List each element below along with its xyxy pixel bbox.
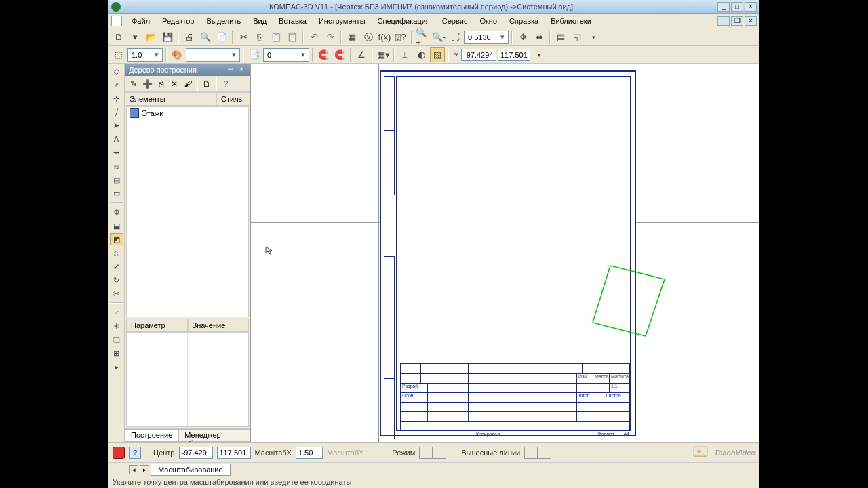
menu-window[interactable]: Окно: [474, 16, 502, 26]
tab-nav-next[interactable]: ▸: [140, 465, 149, 474]
undo-icon[interactable]: ↶: [307, 30, 321, 45]
vtool-meas2-icon[interactable]: ✳: [110, 320, 123, 332]
pt-copy-icon[interactable]: ⎘: [155, 78, 167, 90]
vtool-spec-icon[interactable]: ⊞: [110, 347, 123, 359]
scalex-input[interactable]: [296, 447, 323, 459]
menu-service[interactable]: Сервис: [437, 16, 473, 26]
help-ctx-icon[interactable]: ⍰?: [393, 30, 408, 45]
snap2-icon[interactable]: 🧲: [332, 47, 347, 62]
vtool-3d-icon[interactable]: ❑: [110, 333, 123, 346]
vtool-active-icon[interactable]: ◩: [110, 233, 123, 245]
doc-icon[interactable]: 📄: [214, 30, 229, 45]
vtool-rotate-icon[interactable]: ↻: [110, 274, 123, 286]
color-combo[interactable]: ▾: [186, 48, 240, 62]
move-icon[interactable]: ⬌: [532, 30, 547, 45]
layer-input[interactable]: [265, 49, 299, 61]
tab-nav-prev[interactable]: ◂: [129, 465, 138, 474]
redo-icon[interactable]: ↷: [323, 30, 338, 45]
zoom-input[interactable]: [466, 31, 498, 43]
layer-combo[interactable]: ▾: [263, 48, 309, 62]
menu-tools[interactable]: Инструменты: [313, 16, 371, 26]
vtool-line-icon[interactable]: ⧸: [110, 106, 123, 118]
vtool-mirror-icon[interactable]: ⎌: [110, 247, 123, 259]
help-icon[interactable]: ?: [129, 447, 141, 459]
var-icon[interactable]: ⓥ: [361, 30, 376, 45]
menu-help[interactable]: Справка: [504, 16, 544, 26]
center-x-input[interactable]: [179, 447, 213, 459]
tree-row[interactable]: Этажи: [127, 107, 248, 119]
menu-libraries[interactable]: Библиотеки: [545, 16, 597, 26]
vtool-geom-icon[interactable]: ◇: [110, 65, 123, 77]
col-elements[interactable]: Элементы: [125, 92, 216, 106]
panel-close-icon[interactable]: ×: [237, 65, 246, 75]
ext-btn-2[interactable]: [538, 447, 551, 459]
new-icon[interactable]: 🗋: [111, 30, 126, 45]
ang-icon[interactable]: ∠: [354, 47, 369, 62]
maximize-button[interactable]: □: [731, 2, 743, 12]
more2-icon[interactable]: ▾: [532, 47, 547, 62]
col-value[interactable]: Значение: [188, 319, 250, 332]
minimize-button[interactable]: _: [717, 2, 730, 12]
vtool-dim-icon[interactable]: ⫽: [110, 79, 123, 91]
fx-icon[interactable]: f(x): [377, 30, 392, 45]
pt-brush-icon[interactable]: 🖌: [182, 78, 194, 90]
vtool-hatch-icon[interactable]: ⧅: [110, 160, 123, 172]
vtool-expand-icon[interactable]: ▸: [110, 361, 123, 373]
more-icon[interactable]: ▾: [586, 30, 601, 45]
ext-btn-1[interactable]: [524, 447, 538, 459]
scale-input[interactable]: [130, 49, 153, 61]
doc-tab[interactable]: Масштабирование: [151, 464, 231, 476]
tab-build[interactable]: Построение: [125, 429, 178, 442]
color-btn[interactable]: 🎨: [170, 47, 184, 62]
vtool-scale-icon[interactable]: ⤢: [110, 260, 123, 272]
mdi-close-button[interactable]: ×: [745, 16, 757, 26]
state-icon[interactable]: ⬚: [111, 47, 126, 62]
copy-icon[interactable]: ⎘: [252, 30, 267, 45]
mdi-restore-button[interactable]: ❐: [731, 16, 743, 26]
zoom-combo[interactable]: ▾: [464, 30, 509, 44]
center-y-input[interactable]: [217, 447, 251, 459]
drawing-canvas[interactable]: ИзмМассаМасштаб Разраб1:1 ПровЛистЛистов…: [251, 64, 760, 442]
grid-icon[interactable]: ▦: [344, 30, 359, 45]
vtool-edit1-icon[interactable]: ⚙: [110, 206, 123, 218]
menu-file[interactable]: Файл: [126, 16, 155, 26]
paste2-icon[interactable]: 📋: [285, 30, 300, 45]
y-input[interactable]: [498, 49, 530, 61]
window2-icon[interactable]: ◱: [570, 30, 585, 45]
vtool-sheet-icon[interactable]: ▭: [110, 187, 123, 199]
pt-new-icon[interactable]: 🗋: [201, 78, 213, 90]
props-body[interactable]: [126, 332, 249, 427]
close-button[interactable]: ×: [745, 2, 757, 12]
print-icon[interactable]: 🖨: [182, 30, 197, 45]
col-style[interactable]: Стиль: [216, 92, 250, 106]
vtool-arrow-icon[interactable]: ➤: [110, 119, 123, 131]
system-menu-icon[interactable]: [111, 16, 122, 26]
pt-help-icon[interactable]: ?: [220, 78, 232, 90]
vtool-point-icon[interactable]: ⊹: [110, 92, 123, 104]
menu-insert[interactable]: Вставка: [273, 16, 312, 26]
menu-view[interactable]: Вид: [248, 16, 272, 26]
panel-pin-icon[interactable]: ⊣: [226, 65, 235, 75]
pt-add-icon[interactable]: ➕: [141, 78, 153, 90]
vtool-trim-icon[interactable]: ✂: [110, 287, 123, 300]
vtool-text-icon[interactable]: A: [110, 133, 123, 145]
menu-edit[interactable]: Редактор: [157, 16, 199, 26]
open-icon[interactable]: 📂: [144, 30, 159, 45]
tree-body[interactable]: Этажи: [126, 106, 249, 317]
layer-icon[interactable]: 📑: [247, 47, 262, 62]
mdi-minimize-button[interactable]: _: [717, 16, 730, 26]
new-dd-icon[interactable]: ▾: [127, 30, 142, 45]
x-input[interactable]: [461, 49, 496, 61]
mode-btn-2[interactable]: [433, 447, 446, 459]
paste-icon[interactable]: 📋: [269, 30, 283, 45]
stop-icon[interactable]: [113, 447, 125, 459]
pt-del-icon[interactable]: ✕: [168, 78, 180, 90]
vtool-meas1-icon[interactable]: ⟋: [110, 306, 123, 319]
cut-icon[interactable]: ✂: [236, 30, 251, 45]
zoomin-icon[interactable]: 🔍+: [415, 30, 430, 45]
tab-manager[interactable]: Менеджер объекта ...: [178, 429, 250, 442]
active-mode-icon[interactable]: ▨: [430, 47, 445, 62]
ortho-icon[interactable]: ⟂: [397, 47, 412, 62]
menu-select[interactable]: Выделить: [201, 16, 246, 26]
zoom-fit-icon[interactable]: ⛶: [448, 30, 462, 45]
